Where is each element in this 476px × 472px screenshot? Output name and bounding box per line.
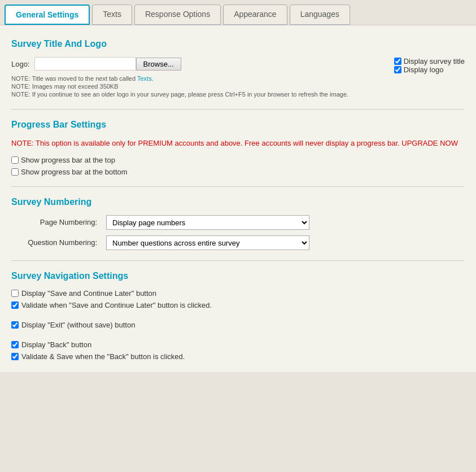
main-content: Survey Title And Logo Logo: Browse... NO… bbox=[0, 25, 476, 372]
show-progress-top-checkbox[interactable] bbox=[11, 156, 19, 164]
question-numbering-label: Question Numbering: bbox=[11, 238, 102, 247]
nav-checkbox-3[interactable] bbox=[11, 341, 19, 348]
progress-checkboxes: Show progress bar at the top Show progre… bbox=[11, 156, 465, 176]
nav-checkbox-4[interactable] bbox=[11, 353, 19, 360]
nav-item-4[interactable]: Validate & Save when the "Back" button i… bbox=[11, 352, 465, 361]
texts-link[interactable]: Texts bbox=[137, 75, 152, 82]
logo-row: Logo: Browse... bbox=[11, 57, 383, 71]
nav-item-4-label: Validate & Save when the "Back" button i… bbox=[21, 352, 185, 361]
display-survey-title-label[interactable]: Display survey title bbox=[394, 57, 465, 65]
nav-item-3[interactable]: Display "Back" button bbox=[11, 340, 465, 349]
nav-item-1-label: Validate when "Save and Continue Later" … bbox=[21, 301, 212, 309]
survey-numbering-section: Survey Numbering Page Numbering: Display… bbox=[11, 197, 465, 250]
tab-appearance[interactable]: Appearance bbox=[223, 5, 287, 25]
page-numbering-label: Page Numbering: bbox=[11, 218, 102, 226]
show-progress-bottom-label[interactable]: Show progress bar at the bottom bbox=[11, 168, 465, 176]
tab-response-options[interactable]: Response Options bbox=[134, 5, 221, 25]
nav-item-0-label: Display "Save and Continue Later" button bbox=[21, 289, 156, 298]
spacer-1 bbox=[11, 313, 465, 317]
nav-item-2[interactable]: Display "Exit" (without save) button bbox=[11, 321, 465, 329]
nav-item-3-label: Display "Back" button bbox=[21, 340, 91, 349]
browse-button[interactable]: Browse... bbox=[136, 58, 181, 71]
nav-checkboxes: Display "Save and Continue Later" button… bbox=[11, 289, 465, 361]
divider-3 bbox=[11, 260, 465, 261]
logo-input[interactable] bbox=[34, 57, 136, 71]
tab-bar: General Settings Texts Response Options … bbox=[0, 0, 476, 25]
logo-label: Logo: bbox=[11, 60, 30, 68]
divider-2 bbox=[11, 186, 465, 187]
premium-note: NOTE: This option is available only for … bbox=[11, 138, 465, 149]
survey-title-logo-section: Survey Title And Logo Logo: Browse... NO… bbox=[11, 39, 465, 99]
logo-area: Logo: Browse... NOTE: Title was moved to… bbox=[11, 57, 465, 99]
nav-item-0[interactable]: Display "Save and Continue Later" button bbox=[11, 289, 465, 298]
nav-checkbox-2[interactable] bbox=[11, 321, 19, 329]
nav-checkbox-0[interactable] bbox=[11, 290, 19, 297]
tabs-container: General Settings Texts Response Options … bbox=[0, 0, 476, 25]
divider-1 bbox=[11, 109, 465, 110]
logo-left: Logo: Browse... NOTE: Title was moved to… bbox=[11, 57, 383, 99]
display-survey-title-checkbox[interactable] bbox=[394, 58, 401, 65]
show-progress-top-label[interactable]: Show progress bar at the top bbox=[11, 156, 465, 164]
nav-item-1[interactable]: Validate when "Save and Continue Later" … bbox=[11, 301, 465, 309]
survey-navigation-heading: Survey Navigation Settings bbox=[11, 271, 465, 281]
question-numbering-select[interactable]: Number questions across entire survey Nu… bbox=[106, 235, 309, 250]
numbering-table: Page Numbering: Display page numbers Do … bbox=[11, 215, 465, 250]
nav-checkbox-1[interactable] bbox=[11, 301, 19, 309]
tab-texts[interactable]: Texts bbox=[92, 5, 132, 25]
survey-navigation-section: Survey Navigation Settings Display "Save… bbox=[11, 271, 465, 361]
logo-right: Display survey title Display logo bbox=[394, 57, 465, 74]
progress-bar-heading: Progress Bar Settings bbox=[11, 120, 465, 130]
survey-title-logo-heading: Survey Title And Logo bbox=[11, 39, 465, 49]
display-logo-checkbox[interactable] bbox=[394, 66, 401, 73]
progress-bar-section: Progress Bar Settings NOTE: This option … bbox=[11, 120, 465, 176]
show-progress-bottom-checkbox[interactable] bbox=[11, 168, 19, 176]
note1: NOTE: Title was moved to the next tab ca… bbox=[11, 75, 383, 82]
note3: NOTE: If you continue to see an older lo… bbox=[11, 91, 383, 98]
nav-item-2-label: Display "Exit" (without save) button bbox=[21, 321, 135, 329]
spacer-2 bbox=[11, 333, 465, 337]
tab-general-settings[interactable]: General Settings bbox=[5, 5, 90, 25]
survey-numbering-heading: Survey Numbering bbox=[11, 197, 465, 207]
display-logo-label[interactable]: Display logo bbox=[394, 65, 465, 74]
tab-languages[interactable]: Languages bbox=[290, 5, 350, 25]
note2: NOTE: Images may not exceed 350KB bbox=[11, 83, 383, 90]
page-numbering-select[interactable]: Display page numbers Do not display page… bbox=[106, 215, 309, 230]
